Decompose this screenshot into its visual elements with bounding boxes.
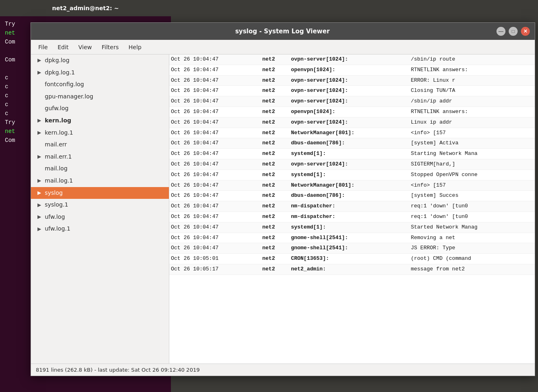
log-host: net2 bbox=[261, 159, 289, 170]
terminal-title: net2_admin@net2: ~ bbox=[52, 5, 119, 11]
statusbar-text: 8191 lines (262.8 kB) - last update: Sat… bbox=[36, 367, 200, 373]
tree-item-label: dpkg.log.1 bbox=[45, 69, 75, 77]
log-process: gnome-shell[2541]: bbox=[289, 233, 409, 243]
log-date: Oct 26 10:04:47 bbox=[169, 54, 261, 65]
log-row[interactable]: Oct 26 10:04:47net2systemd[1]:Stopped Op… bbox=[169, 170, 535, 180]
log-message: <info> [157 bbox=[409, 128, 535, 138]
tree-item-label: mail.log bbox=[45, 165, 68, 173]
log-date: Oct 26 10:04:47 bbox=[169, 117, 261, 128]
log-process: openvpn[1024]: bbox=[289, 107, 409, 117]
file-tree[interactable]: ▶dpkg.log▶dpkg.log.1fontconfig.loggpu-ma… bbox=[31, 54, 169, 364]
log-message: Started Network Manag bbox=[409, 222, 535, 233]
log-process: net2_admin: bbox=[289, 264, 409, 274]
log-row[interactable]: Oct 26 10:04:47net2NetworkManager[801]:<… bbox=[169, 180, 535, 191]
menu-filters[interactable]: Filters bbox=[98, 42, 123, 52]
log-row[interactable]: Oct 26 10:04:47net2dbus-daemon[786]:[sys… bbox=[169, 191, 535, 201]
log-message: Stopped OpenVPN conne bbox=[409, 170, 535, 180]
log-host: net2 bbox=[261, 65, 289, 75]
tree-item-label: kern.log.1 bbox=[45, 129, 73, 137]
tree-item-dpkg-log-1[interactable]: ▶dpkg.log.1 bbox=[31, 67, 169, 79]
log-date: Oct 26 10:04:47 bbox=[169, 107, 261, 117]
log-message: req:1 'down' [tun0 bbox=[409, 201, 535, 212]
tree-arrow-icon: ▶ bbox=[37, 57, 42, 64]
log-host: net2 bbox=[261, 54, 289, 65]
log-row[interactable]: Oct 26 10:05:17net2net2_admin:message fr… bbox=[169, 264, 535, 274]
log-row[interactable]: Oct 26 10:04:47net2gnome-shell[2541]:JS … bbox=[169, 243, 535, 254]
log-date: Oct 26 10:04:47 bbox=[169, 75, 261, 86]
tree-item-label: ufw.log.1 bbox=[45, 225, 70, 233]
tree-arrow-icon: ▶ bbox=[37, 202, 42, 209]
tree-item-label: syslog bbox=[45, 189, 63, 197]
tree-item-syslog[interactable]: ▶syslog bbox=[31, 187, 169, 199]
log-row[interactable]: Oct 26 10:04:47net2ovpn-server[1024]:Lin… bbox=[169, 117, 535, 128]
log-date: Oct 26 10:04:47 bbox=[169, 222, 261, 233]
log-process: openvpn[1024]: bbox=[289, 65, 409, 75]
log-date: Oct 26 10:05:17 bbox=[169, 264, 261, 274]
log-date: Oct 26 10:04:47 bbox=[169, 243, 261, 254]
tree-item-mail-log-1[interactable]: ▶mail.log.1 bbox=[31, 175, 169, 187]
log-date: Oct 26 10:04:47 bbox=[169, 180, 261, 191]
log-message: [system] Activa bbox=[409, 138, 535, 149]
tree-item-ufw-log-1[interactable]: ▶ufw.log.1 bbox=[31, 223, 169, 235]
log-row[interactable]: Oct 26 10:04:47net2ovpn-server[1024]:ERR… bbox=[169, 75, 535, 86]
log-row[interactable]: Oct 26 10:04:47net2ovpn-server[1024]:Clo… bbox=[169, 86, 535, 96]
minimize-button[interactable]: — bbox=[496, 27, 505, 36]
log-row[interactable]: Oct 26 10:04:47net2nm-dispatcher:req:1 '… bbox=[169, 201, 535, 212]
log-row[interactable]: Oct 26 10:04:47net2systemd[1]:Started Ne… bbox=[169, 222, 535, 233]
syslog-menubar: File Edit View Filters Help bbox=[31, 40, 535, 54]
log-host: net2 bbox=[261, 149, 289, 159]
menu-view[interactable]: View bbox=[74, 42, 96, 52]
log-host: net2 bbox=[261, 233, 289, 243]
maximize-button[interactable]: □ bbox=[509, 27, 518, 36]
syslog-window: syslog - System Log Viewer — □ ✕ File Ed… bbox=[31, 22, 535, 376]
log-row[interactable]: Oct 26 10:04:47net2openvpn[1024]:RTNETLI… bbox=[169, 65, 535, 75]
log-row[interactable]: Oct 26 10:04:47net2ovpn-server[1024]:/sb… bbox=[169, 54, 535, 65]
log-message: Removing a net bbox=[409, 233, 535, 243]
log-process: ovpn-server[1024]: bbox=[289, 159, 409, 170]
tree-item-gpu-manager-log[interactable]: gpu-manager.log bbox=[31, 91, 169, 103]
log-host: net2 bbox=[261, 211, 289, 222]
tree-item-dpkg-log[interactable]: ▶dpkg.log bbox=[31, 54, 169, 67]
close-button[interactable]: ✕ bbox=[521, 27, 530, 36]
log-message: RTNETLINK answers: bbox=[409, 107, 535, 117]
log-date: Oct 26 10:04:47 bbox=[169, 211, 261, 222]
log-process: NetworkManager[801]: bbox=[289, 180, 409, 191]
tree-item-mail-err-1[interactable]: ▶mail.err.1 bbox=[31, 151, 169, 163]
tree-item-label: syslog.1 bbox=[45, 201, 68, 209]
log-process: ovpn-server[1024]: bbox=[289, 117, 409, 128]
tree-arrow-icon: ▶ bbox=[37, 69, 42, 76]
tree-item-kern-log[interactable]: ▶kern.log bbox=[31, 115, 169, 127]
log-row[interactable]: Oct 26 10:04:47net2gnome-shell[2541]:Rem… bbox=[169, 233, 535, 243]
log-process: systemd[1]: bbox=[289, 222, 409, 233]
log-row[interactable]: Oct 26 10:04:47net2ovpn-server[1024]:/sb… bbox=[169, 96, 535, 107]
syslog-titlebar: syslog - System Log Viewer — □ ✕ bbox=[31, 23, 535, 40]
log-message: SIGTERM[hard,] bbox=[409, 159, 535, 170]
tree-arrow-icon: ▶ bbox=[37, 177, 42, 184]
menu-help[interactable]: Help bbox=[125, 42, 146, 52]
log-process: ovpn-server[1024]: bbox=[289, 75, 409, 86]
log-process: dbus-daemon[786]: bbox=[289, 138, 409, 149]
log-row[interactable]: Oct 26 10:05:01net2CRON[13653]:(root) CM… bbox=[169, 254, 535, 264]
log-table: Oct 26 10:04:47net2ovpn-server[1024]:/sb… bbox=[169, 54, 535, 275]
log-row[interactable]: Oct 26 10:04:47net2NetworkManager[801]:<… bbox=[169, 128, 535, 138]
menu-file[interactable]: File bbox=[34, 42, 52, 52]
log-row[interactable]: Oct 26 10:04:47net2dbus-daemon[786]:[sys… bbox=[169, 138, 535, 149]
tree-item-fontconfig-log[interactable]: fontconfig.log bbox=[31, 78, 169, 91]
log-row[interactable]: Oct 26 10:04:47net2systemd[1]:Starting N… bbox=[169, 149, 535, 159]
tree-item-mail-err[interactable]: mail.err bbox=[31, 139, 169, 151]
tree-arrow-icon: ▶ bbox=[37, 189, 42, 196]
log-message: message from net2 bbox=[409, 264, 535, 274]
log-date: Oct 26 10:05:01 bbox=[169, 254, 261, 264]
log-content[interactable]: Oct 26 10:04:47net2ovpn-server[1024]:/sb… bbox=[169, 54, 535, 364]
menu-edit[interactable]: Edit bbox=[53, 42, 72, 52]
log-row[interactable]: Oct 26 10:04:47net2openvpn[1024]:RTNETLI… bbox=[169, 107, 535, 117]
log-row[interactable]: Oct 26 10:04:47net2ovpn-server[1024]:SIG… bbox=[169, 159, 535, 170]
tree-item-gufw-log[interactable]: gufw.log bbox=[31, 102, 169, 115]
tree-item-label: mail.err.1 bbox=[45, 153, 72, 161]
tree-item-label: mail.log.1 bbox=[45, 177, 73, 185]
tree-item-syslog-1[interactable]: ▶syslog.1 bbox=[31, 199, 169, 211]
tree-item-mail-log[interactable]: mail.log bbox=[31, 163, 169, 175]
tree-item-kern-log-1[interactable]: ▶kern.log.1 bbox=[31, 127, 169, 139]
log-row[interactable]: Oct 26 10:04:47net2nm-dispatcher:req:1 '… bbox=[169, 211, 535, 222]
tree-item-ufw-log[interactable]: ▶ufw.log bbox=[31, 211, 169, 223]
